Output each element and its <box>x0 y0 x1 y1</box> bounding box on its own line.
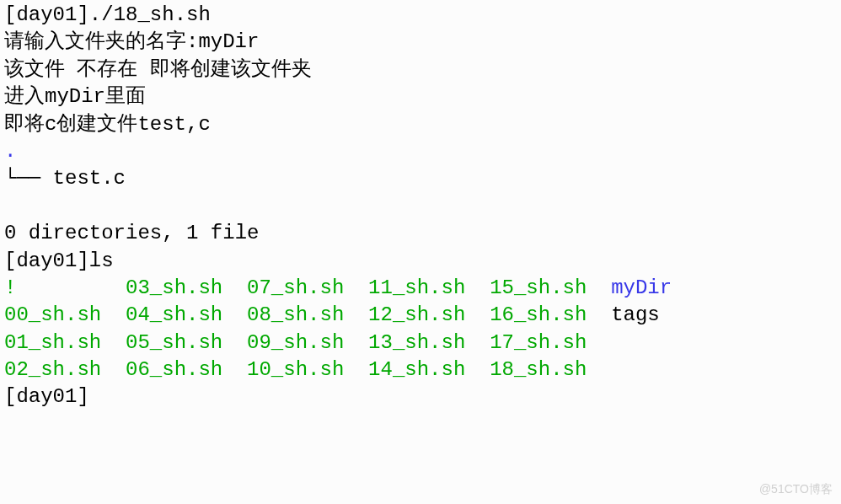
ls-item-file: tags <box>611 303 660 326</box>
ls-item: 14_sh.sh <box>368 358 465 381</box>
command-line-3[interactable]: [day01] <box>4 383 837 410</box>
ls-row: 01_sh.sh 05_sh.sh 09_sh.sh 13_sh.sh 17_s… <box>4 330 837 357</box>
ls-item: 11_sh.sh <box>368 276 465 299</box>
ls-item: 09_sh.sh <box>247 331 344 354</box>
ls-item: 10_sh.sh <box>247 358 344 381</box>
output-line: 即将c创建文件test,c <box>4 111 837 138</box>
ls-item: 03_sh.sh <box>126 276 222 299</box>
ls-item: 07_sh.sh <box>247 276 344 299</box>
prompt: [day01] <box>4 385 89 408</box>
tree-summary: 0 directories, 1 file <box>4 220 837 247</box>
ls-item: 13_sh.sh <box>368 331 465 354</box>
blank-line <box>4 193 837 220</box>
ls-item: 08_sh.sh <box>247 303 344 326</box>
ls-item: 02_sh.sh <box>4 358 101 381</box>
ls-item: 00_sh.sh <box>4 303 101 326</box>
ls-row: ! 03_sh.sh 07_sh.sh 11_sh.sh 15_sh.sh my… <box>4 275 837 302</box>
ls-item: 06_sh.sh <box>126 358 222 381</box>
tree-root: . <box>4 138 837 165</box>
prompt: [day01] <box>4 3 89 26</box>
ls-output: ! 03_sh.sh 07_sh.sh 11_sh.sh 15_sh.sh my… <box>4 275 837 384</box>
output-line: 请输入文件夹的名字:myDir <box>4 29 837 56</box>
ls-item: ! <box>4 276 101 299</box>
ls-row: 02_sh.sh 06_sh.sh 10_sh.sh 14_sh.sh 18_s… <box>4 357 837 383</box>
ls-row: 00_sh.sh 04_sh.sh 08_sh.sh 12_sh.sh 16_s… <box>4 302 837 329</box>
command: ./18_sh.sh <box>89 3 211 26</box>
watermark: @51CTO博客 <box>759 481 833 497</box>
command-line-2: [day01]ls <box>4 248 837 275</box>
ls-item: 16_sh.sh <box>490 303 587 326</box>
ls-item: 05_sh.sh <box>126 331 222 354</box>
command: ls <box>89 249 114 272</box>
ls-item-dir: myDir <box>611 276 672 299</box>
prompt: [day01] <box>4 249 89 272</box>
command-line-1: [day01]./18_sh.sh <box>4 2 837 29</box>
output-line: 该文件 不存在 即将创建该文件夹 <box>4 56 837 83</box>
ls-item: 18_sh.sh <box>490 358 587 381</box>
output-line: 进入myDir里面 <box>4 83 837 110</box>
ls-item: 04_sh.sh <box>126 303 222 326</box>
ls-item: 15_sh.sh <box>490 276 587 299</box>
ls-item: 01_sh.sh <box>4 331 101 354</box>
tree-file: └── test.c <box>4 165 837 192</box>
ls-item: 17_sh.sh <box>490 331 587 354</box>
ls-item: 12_sh.sh <box>368 303 465 326</box>
